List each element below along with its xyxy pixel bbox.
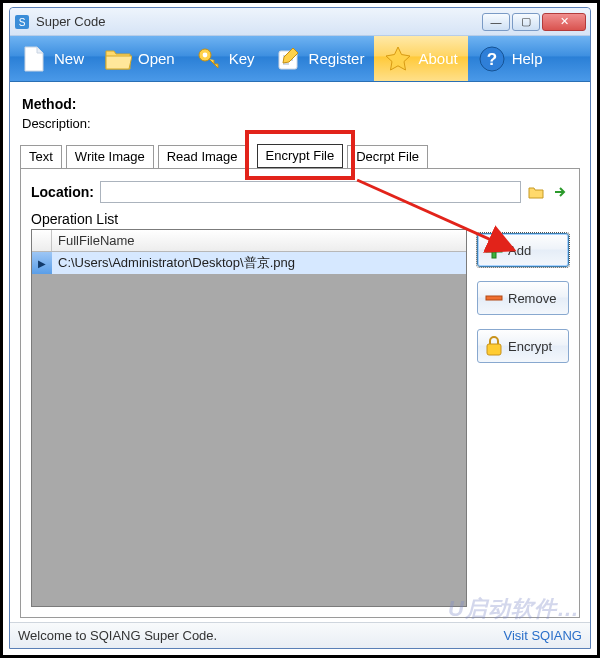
toolbar-open-label: Open (138, 50, 175, 67)
main-row: Operation List FullFileName ▶ C:\Users\A… (31, 211, 569, 607)
tab-write-image[interactable]: Write Image (66, 145, 154, 168)
main-toolbar: New Open Key Register (10, 36, 590, 82)
location-row: Location: (31, 181, 569, 203)
add-button[interactable]: Add (477, 233, 569, 267)
column-header-fullfilename[interactable]: FullFileName (52, 230, 466, 251)
tab-strip: Text Write Image Read Image Encrypt File… (20, 141, 580, 169)
toolbar-key[interactable]: Key (185, 36, 265, 81)
content-area: Method: Description: Text Write Image Re… (10, 82, 590, 622)
close-button[interactable]: ✕ (542, 13, 586, 31)
tab-panel-encrypt-file: Location: Operation List (20, 169, 580, 618)
toolbar-about[interactable]: About (374, 36, 467, 81)
register-icon (275, 45, 303, 73)
tab-read-image[interactable]: Read Image (158, 145, 247, 168)
lock-icon (484, 336, 504, 356)
location-label: Location: (31, 184, 94, 200)
plus-icon (484, 240, 504, 260)
app-window: S Super Code — ▢ ✕ New Open (9, 7, 591, 649)
status-link[interactable]: Visit SQIANG (503, 628, 582, 643)
svg-point-3 (202, 52, 207, 57)
toolbar-open[interactable]: Open (94, 36, 185, 81)
svg-text:S: S (19, 17, 26, 28)
method-block: Method: Description: (20, 90, 580, 141)
encrypt-button-label: Encrypt (508, 339, 552, 354)
app-title: Super Code (36, 14, 482, 29)
toolbar-help-label: Help (512, 50, 543, 67)
toolbar-about-label: About (418, 50, 457, 67)
window-controls: — ▢ ✕ (482, 13, 586, 31)
minus-icon (484, 288, 504, 308)
location-input[interactable] (100, 181, 521, 203)
toolbar-help[interactable]: ? Help (468, 36, 553, 81)
key-icon (195, 45, 223, 73)
tab-text[interactable]: Text (20, 145, 62, 168)
cell-fullfilename: C:\Users\Administrator\Desktop\普京.png (52, 254, 466, 272)
encrypt-button[interactable]: Encrypt (477, 329, 569, 363)
table-row[interactable]: ▶ C:\Users\Administrator\Desktop\普京.png (32, 252, 466, 274)
star-icon (384, 45, 412, 73)
remove-button[interactable]: Remove (477, 281, 569, 315)
add-button-label: Add (508, 243, 531, 258)
toolbar-new[interactable]: New (10, 36, 94, 81)
svg-rect-8 (486, 248, 502, 252)
file-icon (20, 45, 48, 73)
svg-rect-9 (486, 296, 502, 300)
status-bar: Welcome to SQIANG Super Code. Visit SQIA… (10, 622, 590, 648)
tab-decrypt-file[interactable]: Decrpt File (347, 145, 428, 168)
app-icon: S (14, 14, 30, 30)
svg-rect-10 (487, 344, 501, 355)
tab-encrypt-file[interactable]: Encrypt File (257, 144, 344, 168)
minimize-button[interactable]: — (482, 13, 510, 31)
operation-list-label: Operation List (31, 211, 467, 227)
remove-button-label: Remove (508, 291, 556, 306)
maximize-button[interactable]: ▢ (512, 13, 540, 31)
operation-list-grid[interactable]: FullFileName ▶ C:\Users\Administrator\De… (31, 229, 467, 607)
row-header-corner (32, 230, 52, 251)
grid-header: FullFileName (32, 230, 466, 252)
folder-icon (104, 45, 132, 73)
go-icon[interactable] (551, 183, 569, 201)
toolbar-register-label: Register (309, 50, 365, 67)
status-welcome: Welcome to SQIANG Super Code. (18, 628, 217, 643)
toolbar-register[interactable]: Register (265, 36, 375, 81)
toolbar-key-label: Key (229, 50, 255, 67)
description-label: Description: (22, 116, 578, 131)
side-buttons: Add Remove (477, 211, 569, 607)
svg-text:?: ? (486, 50, 496, 69)
row-indicator-icon: ▶ (32, 252, 52, 274)
help-icon: ? (478, 45, 506, 73)
operation-list-panel: Operation List FullFileName ▶ C:\Users\A… (31, 211, 467, 607)
titlebar: S Super Code — ▢ ✕ (10, 8, 590, 36)
browse-folder-icon[interactable] (527, 183, 545, 201)
method-label: Method: (22, 96, 76, 112)
toolbar-new-label: New (54, 50, 84, 67)
